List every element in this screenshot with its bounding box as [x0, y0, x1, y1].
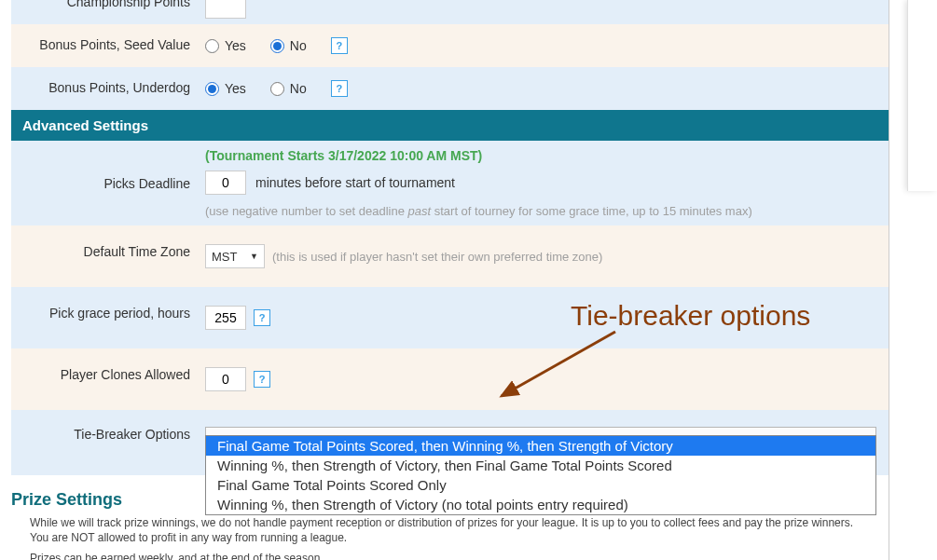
prize-text-2: Prizes can be earned weekly, and at the …	[30, 551, 870, 560]
tiebreak-label: Tie-Breaker Options	[11, 421, 198, 447]
championship-label: Championship Points	[11, 0, 198, 15]
tiebreak-option[interactable]: Winning %, then Strength of Victory, the…	[206, 456, 875, 475]
tiebreak-option[interactable]: Final Game Total Points Scored, then Win…	[206, 436, 875, 456]
side-panel-fragment	[907, 0, 937, 191]
advanced-settings-header: Advanced Settings	[11, 110, 889, 141]
timezone-label: Default Time Zone	[11, 239, 198, 265]
clones-input[interactable]	[205, 367, 246, 391]
underdog-no-radio[interactable]	[270, 82, 284, 96]
prize-text-1: While we will track prize winnings, we d…	[30, 515, 870, 545]
timezone-value: MST	[212, 250, 237, 264]
help-icon[interactable]: ?	[254, 371, 270, 388]
tiebreak-option[interactable]: Winning %, then Strength of Victory (no …	[206, 495, 875, 514]
help-icon[interactable]: ?	[331, 37, 348, 54]
underdog-no-label: No	[290, 81, 307, 96]
picks-after-text: minutes before start of tournament	[255, 175, 455, 190]
clones-label: Player Clones Allowed	[11, 362, 198, 388]
picks-deadline-input[interactable]	[205, 171, 246, 195]
timezone-select[interactable]: MST ▼	[205, 244, 265, 268]
tiebreak-option[interactable]: Final Game Total Points Scored Only	[206, 475, 875, 495]
seed-label: Bonus Points, Seed Value	[11, 32, 198, 58]
tourney-start-note: (Tournament Starts 3/17/2022 10:00 AM MS…	[205, 148, 881, 163]
picks-hint: (use negative number to set deadline pas…	[205, 204, 881, 218]
grace-label: Pick grace period, hours	[11, 300, 198, 326]
grace-input[interactable]	[205, 306, 246, 330]
underdog-yes-label: Yes	[225, 81, 246, 96]
picks-deadline-label: Picks Deadline	[11, 171, 198, 197]
seed-no-radio[interactable]	[270, 39, 284, 53]
underdog-label: Bonus Points, Underdog	[11, 75, 198, 101]
chevron-down-icon: ▼	[250, 253, 258, 261]
underdog-yes-radio[interactable]	[205, 82, 219, 96]
tiebreak-dropdown: Final Game Total Points Scored, then Win…	[205, 435, 876, 515]
seed-yes-radio[interactable]	[205, 39, 219, 53]
timezone-hint: (this is used if player hasn't set their…	[272, 250, 602, 264]
help-icon[interactable]: ?	[331, 80, 348, 97]
championship-input[interactable]	[205, 0, 246, 19]
seed-yes-label: Yes	[225, 38, 246, 53]
seed-no-label: No	[290, 38, 307, 53]
help-icon[interactable]: ?	[254, 309, 270, 326]
